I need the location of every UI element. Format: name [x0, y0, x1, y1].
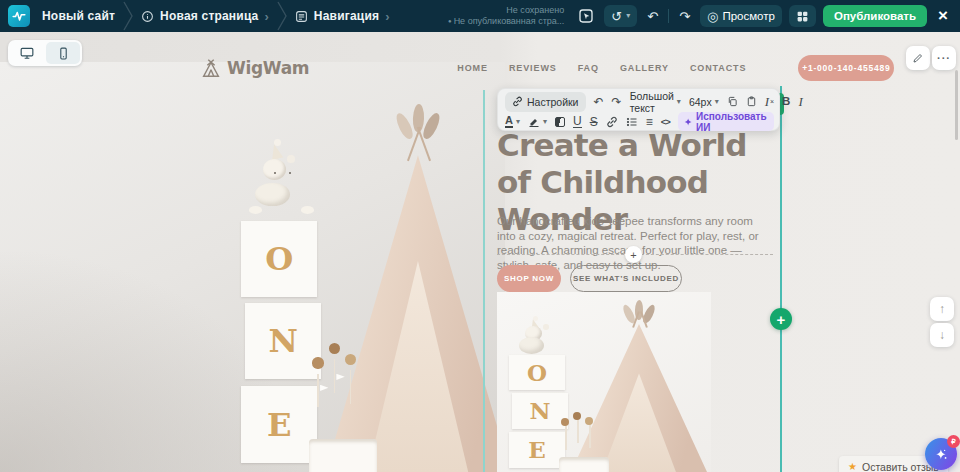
background-color-button[interactable] [555, 117, 565, 127]
mini-flag [336, 374, 344, 380]
cake-pop [317, 374, 319, 408]
status-line2: Не опубликованная стра... [454, 16, 565, 26]
blocks-grid-button[interactable] [789, 5, 816, 27]
cursor-mode-button[interactable] [575, 5, 597, 27]
nav-link-faq[interactable]: FAQ [578, 63, 599, 73]
edit-page-button[interactable] [906, 46, 930, 70]
paste-button[interactable] [746, 96, 757, 107]
arrow-up-icon: ↑ [939, 302, 945, 316]
breadcrumb-navigation[interactable]: Навигация [314, 9, 379, 23]
cake-pop [585, 417, 593, 425]
letter-block: N [245, 303, 321, 379]
text-color-button[interactable]: A [505, 115, 513, 128]
sparkle-icon [684, 117, 692, 127]
shop-now-button[interactable]: SHOP NOW [497, 265, 561, 292]
nav-link-contacts[interactable]: CONTACTS [690, 63, 747, 73]
site-logo[interactable]: WigWam [200, 57, 309, 79]
assistant-fab-button[interactable]: ₽ [925, 438, 957, 470]
code-button[interactable]: <> [661, 117, 670, 127]
bold-button[interactable]: B [782, 96, 790, 108]
chevron-down-icon: ▾ [715, 98, 719, 106]
cake-pop [345, 354, 356, 365]
close-icon[interactable]: × [934, 6, 952, 26]
navigation-chevron-icon[interactable]: › [385, 9, 389, 24]
save-status: Не сохранено ●Не опубликованная стра... [448, 5, 564, 27]
teddy-bear [263, 159, 286, 180]
underline-button[interactable]: U [573, 115, 582, 128]
history-button[interactable]: ↺ ▾ [604, 5, 637, 27]
builder-logo[interactable] [8, 5, 30, 27]
see-whats-included-button[interactable]: SEE WHAT’S INCLUDED [570, 265, 682, 292]
scrollbar-thumb[interactable] [955, 70, 958, 140]
brand-name: WigWam [227, 58, 309, 78]
list-icon [626, 116, 638, 128]
content-image-block[interactable]: O N E [497, 292, 711, 472]
chevron-down-icon: ▾ [516, 118, 520, 126]
cake-pop [334, 359, 336, 393]
settings-button[interactable]: Настройки [505, 92, 586, 112]
letter-block: O [241, 221, 317, 297]
move-up-button[interactable]: ↑ [930, 297, 954, 321]
undo-format-button[interactable]: ↶ [594, 96, 604, 108]
site-header: WigWam HOME REVIEWS FAQ GALLERY CONTACTS… [0, 48, 960, 88]
redo-format-button[interactable]: ↷ [612, 96, 622, 108]
pulse-icon [12, 9, 26, 23]
breadcrumb-divider [121, 0, 135, 32]
teepee-logo-icon [200, 57, 222, 79]
hero-photo[interactable]: O N E [233, 108, 505, 472]
cursor-box-icon [578, 8, 594, 24]
align-button[interactable]: ≡ [646, 116, 653, 128]
undo-button[interactable]: ↶ [644, 5, 661, 27]
list-button[interactable] [626, 116, 638, 128]
nav-link-home[interactable]: HOME [457, 63, 488, 73]
status-line1: Не сохранено [448, 5, 564, 16]
grid-icon [796, 10, 809, 23]
font-size-dropdown[interactable]: 64px ▾ [689, 96, 719, 108]
text-color-icon: A [505, 115, 513, 128]
add-element-button[interactable]: + [625, 246, 642, 263]
notification-badge: ₽ [947, 435, 960, 448]
mini-flag [320, 385, 328, 391]
hero-paragraph[interactable]: Our handcrafted kids’ teepee transforms … [497, 214, 773, 272]
settings-label: Настройки [527, 96, 579, 108]
arrow-down-icon: ↓ [939, 328, 945, 342]
preview-button[interactable]: ◎ Просмотр [700, 5, 782, 27]
page-chevron-icon[interactable]: › [265, 9, 269, 24]
move-down-button[interactable]: ↓ [930, 323, 954, 347]
teddy-bear [249, 206, 262, 214]
publish-button[interactable]: Опубликовать [823, 5, 927, 27]
clear-format-button[interactable]: I× [765, 95, 774, 108]
link-icon [606, 116, 618, 128]
breadcrumb-site[interactable]: Новый сайт [42, 9, 115, 23]
breadcrumb-divider [275, 0, 289, 32]
cake [309, 439, 377, 472]
content-photo-scene: O N E [503, 302, 703, 472]
use-ai-button[interactable]: Использовать ИИ [678, 112, 775, 131]
mobile-view-button[interactable] [46, 42, 80, 64]
desktop-view-button[interactable] [10, 42, 44, 64]
breadcrumb-page[interactable]: Новая страница [160, 9, 258, 23]
highlight-button[interactable] [528, 116, 540, 128]
text-style-dropdown[interactable]: Большой текст ▾ [630, 90, 681, 114]
redo-button[interactable]: ↷ [676, 5, 693, 27]
strikethrough-button[interactable]: S [590, 116, 598, 128]
add-block-button[interactable]: + [770, 308, 792, 330]
star-icon: ★ [848, 461, 857, 472]
redo-icon: ↷ [679, 10, 690, 23]
insert-link-button[interactable] [606, 116, 618, 128]
copy-button[interactable] [727, 96, 738, 107]
more-icon: ··· [937, 52, 951, 64]
block-selection-line-left [483, 90, 485, 472]
italic-button[interactable]: I [798, 95, 802, 108]
phone-button[interactable]: +1-000-140-455489 [798, 55, 894, 81]
teddy-bear [255, 183, 290, 207]
phone-icon [57, 47, 70, 60]
nav-link-reviews[interactable]: REVIEWS [509, 63, 557, 73]
nav-link-gallery[interactable]: GALLERY [620, 63, 669, 73]
more-options-button[interactable]: ··· [932, 46, 956, 70]
cake [559, 457, 609, 472]
letter-block: N [512, 393, 568, 429]
teddy-bear [301, 206, 314, 214]
device-toggle [8, 40, 82, 66]
font-size-value: 64px [689, 96, 712, 108]
